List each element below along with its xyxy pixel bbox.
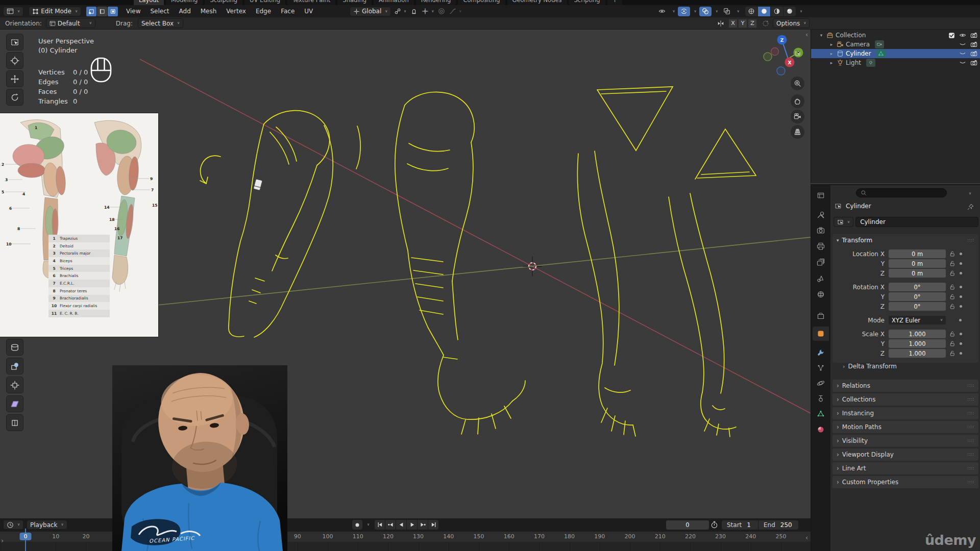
zoom-button[interactable] [791,77,804,90]
pin-icon[interactable] [967,204,974,210]
animate-dot[interactable] [960,262,962,265]
mirror-axis-y-button[interactable]: Y [738,19,747,28]
tool-smooth-button[interactable] [6,358,23,374]
properties-tab-output[interactable] [813,239,829,254]
properties-tab-material[interactable] [813,422,829,437]
animate-dot[interactable] [960,333,962,335]
menu-add[interactable]: Add [179,8,191,15]
disclosure-icon[interactable]: ▸ [828,42,835,47]
properties-tab-world[interactable] [813,287,829,302]
menu-vertex[interactable]: Vertex [226,8,246,15]
animate-dot[interactable] [960,342,962,345]
tool-rotate-button[interactable] [6,89,23,106]
transform-value-field[interactable]: 1.000 [889,339,946,348]
vertex-select-button[interactable] [86,7,96,16]
outliner-row-light[interactable]: ▸Light [811,58,980,67]
workspace-tab-uv-editing[interactable]: UV Editing [244,0,285,5]
menu-mesh[interactable]: Mesh [201,8,217,15]
workspace-tab-scripting[interactable]: Scripting [569,0,605,5]
properties-tab-physics[interactable] [813,376,829,390]
properties-tab-constraints[interactable] [813,391,829,406]
menu-uv[interactable]: UV [304,8,313,15]
animate-dot[interactable] [960,286,962,288]
disclosure-icon[interactable]: ▾ [818,33,824,38]
proportional-editing-button[interactable] [438,8,445,15]
properties-tab-render[interactable] [813,223,829,238]
workspace-tab-layout[interactable]: Layout [134,0,164,5]
tool-shrink-fatten-button[interactable] [6,377,23,393]
play-reverse-button[interactable] [396,520,406,530]
proportional-falloff-dropdown[interactable]: ∨ [449,8,461,15]
auto-keying-record-button[interactable] [352,520,362,530]
jump-to-start-button[interactable] [375,520,385,530]
disclosure-icon[interactable]: ▸ [828,60,835,65]
gizmo-toggle[interactable] [678,7,690,16]
shading-solid-button[interactable] [758,7,770,16]
workspace-tab-geometry-nodes[interactable]: Geometry Nodes [507,0,567,5]
outliner-row-cylinder[interactable]: ▸Cylinder [811,49,980,58]
section-collections[interactable]: ›Collections∷∷ [832,393,978,406]
properties-tab-object[interactable] [813,327,829,341]
menu-select[interactable]: Select [150,8,169,15]
shading-material-button[interactable] [771,7,783,16]
visibility-eye-toggle[interactable] [656,7,668,16]
workspace-tab-sculpting[interactable]: Sculpting [205,0,242,5]
mirror-axis-x-button[interactable]: X [728,19,738,28]
properties-tab-particles[interactable] [813,361,829,375]
outliner-row-collection[interactable]: ▾Collection [811,31,980,40]
navigation-gizmo[interactable]: Z Y X [763,32,810,79]
object-id-icon-button[interactable]: ∨ [834,217,853,227]
section-relations[interactable]: ›Relations∷∷ [832,380,978,392]
timeline-left-expand-arrow[interactable]: › [1,537,4,544]
section-instancing[interactable]: ›Instancing∷∷ [832,407,978,419]
object-name-field[interactable]: Cylinder [855,217,978,227]
delta-transform-subpanel[interactable]: › Delta Transform [832,361,978,372]
animate-dot[interactable] [960,295,962,298]
pivot-point-dropdown[interactable]: ∨ [394,8,406,15]
transform-value-field[interactable]: 1.000 [889,330,946,338]
properties-editor-type-button[interactable] [813,188,829,203]
properties-tab-collection-tab[interactable] [813,309,829,323]
snap-with-dropdown[interactable]: ∨ [422,8,434,15]
workspace-tab-rendering[interactable]: Rendering [416,0,456,5]
section-motion-paths[interactable]: ›Motion Paths∷∷ [832,421,978,433]
options-dropdown[interactable]: Options∨ [773,18,810,28]
snap-base-icon[interactable] [762,20,769,27]
prev-keyframe-button[interactable] [385,520,396,530]
shading-rendered-button[interactable] [783,7,796,16]
tool-select-box-button[interactable] [6,34,23,51]
transform-value-field[interactable]: 0° [889,283,946,291]
tool-spin-button[interactable] [6,339,23,356]
auto-keyframe-stopwatch-icon[interactable] [710,521,718,529]
timeline-right-collapse-arrow[interactable]: ‹ [805,534,808,541]
transform-value-field[interactable]: 0° [889,302,946,311]
viewport-collapse-arrow[interactable]: ‹ [805,31,808,38]
snap-magnet-button[interactable] [410,8,418,15]
transform-value-field[interactable]: 0 m [889,249,946,258]
properties-tab-view-layer[interactable] [813,255,829,269]
camera-view-button[interactable] [791,110,804,123]
xray-toggle[interactable] [721,7,733,16]
mirror-axis-z-button[interactable]: Z [748,19,757,28]
play-button[interactable] [407,520,417,530]
menu-view[interactable]: View [126,8,140,15]
properties-search-input[interactable] [856,188,947,197]
properties-tab-object-data[interactable] [813,407,829,421]
transform-orientation-dropdown[interactable]: Global∨ [350,7,391,16]
rotation-mode-dropdown[interactable]: XYZ Euler∨ [889,316,946,324]
overlays-toggle[interactable] [699,7,712,16]
animate-dot[interactable] [959,319,962,321]
current-frame-field[interactable]: 0 [666,520,709,530]
transform-panel-header[interactable]: ▾ Transform ∷∷ [832,234,978,246]
tool-move-button[interactable] [6,70,23,87]
workspace-tab-animation[interactable]: Animation [374,0,414,5]
ortho-grid-button[interactable] [791,125,804,139]
section-custom-properties[interactable]: ›Custom Properties∷∷ [832,476,978,488]
disclosure-icon[interactable]: ▸ [828,51,835,56]
mode-dropdown[interactable]: Edit Mode∨ [29,7,81,16]
edge-select-button[interactable] [97,7,107,16]
section-line-art[interactable]: ›Line Art∷∷ [832,462,978,474]
playback-menu[interactable]: Playback∨ [27,520,67,530]
workspace-tab-compositing[interactable]: Compositing [458,0,505,5]
menu-face[interactable]: Face [281,8,295,15]
